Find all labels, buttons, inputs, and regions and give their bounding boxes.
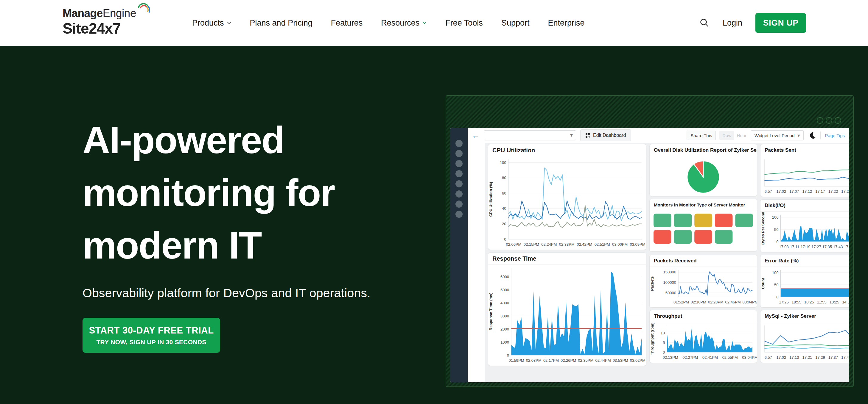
- dashboard-sidebar: [451, 128, 468, 382]
- svg-text:2000: 2000: [500, 327, 509, 331]
- cta-secondary-label: TRY NOW, SIGN UP IN 30 SECONDS: [96, 339, 206, 346]
- nav-item-enterprise[interactable]: Enterprise: [548, 19, 584, 28]
- svg-text:100000: 100000: [663, 280, 676, 285]
- svg-text:02:46PM: 02:46PM: [725, 300, 741, 304]
- svg-text:0: 0: [507, 353, 509, 358]
- svg-text:02:17PM: 02:17PM: [543, 358, 559, 363]
- nav-label: Resources: [381, 19, 420, 28]
- svg-text:6:57: 6:57: [764, 355, 772, 360]
- svg-text:02:51PM: 02:51PM: [594, 242, 610, 247]
- svg-text:50000: 50000: [665, 291, 676, 295]
- svg-text:10: 10: [661, 331, 665, 335]
- card-title: Packets Sent: [761, 144, 849, 156]
- sidebar-dot-icon: [456, 150, 463, 157]
- nav-item-features[interactable]: Features: [331, 19, 363, 28]
- logo-product: Site24x7: [63, 20, 136, 37]
- nav-item-products[interactable]: Products: [192, 19, 231, 28]
- chevron-down-icon: ▾: [570, 132, 573, 138]
- svg-text:02:06PM: 02:06PM: [506, 242, 521, 247]
- disk-io-chart: 05010017:0317:1117:1917:2717:3517:4317:5…: [761, 212, 849, 252]
- nav-item-free-tools[interactable]: Free Tools: [445, 19, 483, 28]
- hero-title-line: AI-powered: [83, 114, 416, 166]
- svg-text:Count: Count: [761, 278, 765, 289]
- error-rate-chart: 05010017:2518:5510:2511:5513:2514:5516:2…: [761, 267, 849, 307]
- svg-text:CPU Utilization (%): CPU Utilization (%): [489, 182, 493, 217]
- svg-text:0: 0: [776, 239, 778, 244]
- svg-text:17:11: 17:11: [790, 244, 800, 249]
- top-nav: ManageEngine Site24x7 Products Plans and…: [0, 0, 868, 46]
- svg-text:13:25: 13:25: [830, 300, 839, 304]
- svg-text:60: 60: [502, 191, 506, 196]
- signup-button[interactable]: SIGN UP: [755, 13, 806, 33]
- logo-brand: ManageEngine: [63, 7, 136, 20]
- page-tips-link: Page Tips: [825, 133, 845, 138]
- login-link[interactable]: Login: [723, 19, 742, 28]
- hero-title-line: modern IT: [83, 219, 416, 272]
- svg-text:0: 0: [776, 295, 778, 299]
- svg-text:150000: 150000: [663, 270, 676, 274]
- svg-text:Packets: Packets: [650, 276, 654, 291]
- svg-text:02:08PM: 02:08PM: [526, 358, 541, 363]
- svg-text:02:41PM: 02:41PM: [702, 355, 718, 360]
- nav-item-plans-and-pricing[interactable]: Plans and Pricing: [250, 19, 312, 28]
- dashboard-toolbar: ← ▾ Edit Dashboard Share This Raw Hour: [468, 128, 849, 143]
- nav-label: Free Tools: [445, 19, 483, 28]
- period-label: Widget Level Period: [754, 133, 795, 138]
- svg-text:02:42PM: 02:42PM: [577, 242, 592, 247]
- card-title: Overall Disk Utilization Report of Zylke…: [650, 144, 757, 156]
- svg-text:3000: 3000: [500, 314, 509, 318]
- svg-text:17:55: 17:55: [844, 244, 849, 249]
- svg-text:6000: 6000: [500, 275, 509, 279]
- chevron-down-icon: [227, 21, 231, 25]
- logo-brand-light: Engine: [103, 7, 136, 19]
- edit-dashboard-button: Edit Dashboard: [580, 129, 631, 141]
- dashboard-content: CPU Utilization 02040608010002:06PM02:15…: [485, 143, 849, 382]
- cpu-utilization-card: CPU Utilization 02040608010002:06PM02:15…: [488, 144, 646, 250]
- svg-text:17:29: 17:29: [815, 355, 825, 360]
- nav-item-resources[interactable]: Resources: [381, 19, 427, 28]
- monitors-heatmap-card: Monitors in Monitor Type of Server Monit…: [649, 199, 757, 252]
- response-time-chart: 010002000300040005000600001:59PM02:08PM0…: [489, 265, 646, 365]
- card-title: MySql - Zylker Server: [761, 310, 849, 322]
- svg-text:5000: 5000: [500, 288, 509, 292]
- svg-text:17:03: 17:03: [779, 244, 789, 249]
- svg-text:17:22: 17:22: [828, 189, 838, 194]
- svg-text:01:59PM: 01:59PM: [508, 358, 524, 363]
- svg-text:17:45: 17:45: [841, 355, 849, 360]
- nav-item-support[interactable]: Support: [501, 19, 530, 28]
- logo[interactable]: ManageEngine Site24x7: [63, 7, 136, 37]
- svg-text:17:25: 17:25: [779, 300, 789, 304]
- nav-label: Support: [501, 19, 530, 28]
- packets-received-card: Packets Received 5000010000015000001:52P…: [649, 255, 757, 308]
- chevron-down-icon: ▾: [797, 133, 800, 138]
- hero-title: AI-powered monitoring for modern IT: [83, 114, 416, 272]
- svg-text:14:55: 14:55: [842, 300, 849, 304]
- svg-text:100: 100: [500, 160, 506, 165]
- nav-label: Features: [331, 19, 363, 28]
- page: ManageEngine Site24x7 Products Plans and…: [0, 0, 868, 404]
- window-dot-icon: [835, 117, 841, 124]
- card-title: Disk(I/O): [761, 200, 849, 211]
- svg-text:17:02: 17:02: [776, 355, 786, 360]
- main-nav: Products Plans and Pricing Features Reso…: [192, 0, 585, 46]
- widget-level-period-dropdown: Widget Level Period ▾: [751, 130, 804, 140]
- svg-text:03:04PM: 03:04PM: [743, 300, 756, 304]
- svg-text:10:25: 10:25: [804, 300, 814, 304]
- sidebar-dot-icon: [456, 180, 463, 188]
- sidebar-dot-icon: [456, 160, 463, 167]
- svg-text:4000: 4000: [500, 301, 509, 305]
- svg-text:1000: 1000: [500, 340, 509, 344]
- svg-text:80: 80: [502, 175, 506, 180]
- svg-text:02:28PM: 02:28PM: [708, 300, 723, 304]
- nav-label: Plans and Pricing: [250, 19, 312, 28]
- throughput-chart: 051002:13PM02:27PM02:41PM02:55PM03:04PMT…: [650, 323, 756, 362]
- svg-text:17:19: 17:19: [801, 244, 810, 249]
- search-icon[interactable]: [700, 18, 710, 28]
- start-free-trial-button[interactable]: START 30-DAY FREE TRIAL TRY NOW, SIGN UP…: [83, 318, 220, 353]
- dashboard-main: ← ▾ Edit Dashboard Share This Raw Hour: [468, 128, 849, 382]
- svg-text:17:43: 17:43: [833, 244, 843, 249]
- cta-primary-label: START 30-DAY FREE TRIAL: [89, 325, 214, 336]
- dashboard-window: ← ▾ Edit Dashboard Share This Raw Hour: [451, 128, 849, 382]
- svg-text:17:12: 17:12: [803, 189, 812, 194]
- disk-utilization-pie-card: Overall Disk Utilization Report of Zylke…: [649, 144, 757, 196]
